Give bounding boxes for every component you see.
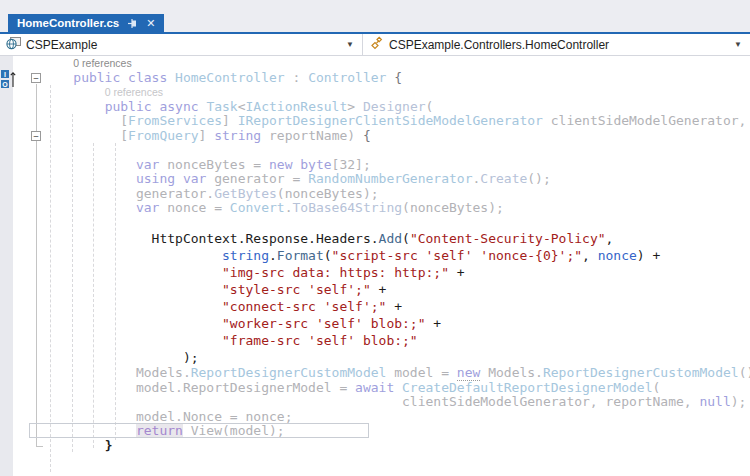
code-token: model =	[386, 365, 456, 380]
code-token: 0 references	[105, 86, 163, 98]
code-line: }	[0, 439, 750, 454]
code-token: GetBytes	[214, 186, 277, 201]
pin-icon[interactable]	[127, 18, 138, 29]
code-token: Convert	[230, 200, 285, 215]
close-icon[interactable]: ✕	[146, 14, 155, 32]
code-token: [	[120, 128, 128, 143]
code-line: public async Task<IActionResult> Designe…	[0, 100, 750, 115]
code-token: (	[324, 248, 332, 263]
code-token: return	[136, 423, 183, 438]
code-line: using var generator = RandomNumberGenera…	[0, 172, 750, 187]
code-token: ]	[199, 128, 215, 143]
code-token: 0 references	[73, 57, 131, 69]
code-line: Models.ReportDesignerCustomModel model =…	[0, 366, 750, 381]
navigation-bar: CSPExample ▼ CSPExample.Controllers.Home…	[0, 34, 750, 56]
project-dropdown[interactable]: CSPExample ▼	[0, 34, 362, 55]
code-line: HttpContext.Response.Headers.Add("Conten…	[0, 230, 750, 247]
code-token: .	[269, 248, 277, 263]
code-editor[interactable]: I O − − 0 references public class HomeCo…	[0, 56, 750, 476]
code-token: :	[285, 70, 308, 85]
code-token: IReportDesignerClientSideModelGenerator	[238, 113, 543, 128]
code-token: "connect-src 'self';"	[222, 299, 386, 314]
code-token: ();	[739, 365, 750, 380]
code-token: <	[238, 99, 246, 114]
code-line: model.ReportDesignerModel = await Create…	[0, 381, 750, 396]
code-token: ();	[527, 171, 550, 186]
code-token: Format	[277, 248, 324, 263]
code-token: generator =	[206, 171, 308, 186]
code-token: string	[214, 128, 261, 143]
code-line: public class HomeController : Controller…	[0, 71, 750, 86]
code-token: nonceBytes =	[159, 157, 269, 172]
code-line: var nonce = Convert.ToBase64String(nonce…	[0, 201, 750, 216]
code-token: FromQuery	[128, 128, 198, 143]
code-token: ToBase64String	[292, 200, 402, 215]
code-token: clientSideModelGenerator, reportName,	[402, 394, 699, 409]
code-token: "style-src 'self';"	[222, 282, 371, 297]
code-token: +	[449, 265, 465, 280]
code-token: Task	[206, 99, 237, 114]
code-token: new	[269, 157, 292, 172]
code-line: 0 references	[0, 56, 750, 71]
code-token: (	[426, 99, 434, 114]
code-token: (nonceBytes);	[402, 200, 504, 215]
code-token: HttpContext.Response.Headers.	[152, 231, 379, 246]
class-icon	[369, 36, 384, 53]
type-dropdown[interactable]: CSPExample.Controllers.HomeController ▼	[363, 34, 750, 55]
code-token: reportName)	[261, 128, 363, 143]
code-token: +	[386, 299, 402, 314]
code-line: "worker-src 'self' blob:;" +	[0, 315, 750, 332]
code-line: generator.GetBytes(nonceBytes);	[0, 187, 750, 202]
web-project-icon	[6, 36, 21, 53]
chevron-down-icon: ▼	[346, 40, 356, 49]
code-token	[394, 380, 402, 395]
code-token: ReportDesignerCustomModel	[191, 365, 387, 380]
code-line	[0, 143, 750, 158]
code-token: var	[136, 157, 159, 172]
code-line: return View(model);	[0, 424, 750, 439]
code-token: null	[699, 394, 730, 409]
code-content: 0 references public class HomeController…	[0, 56, 750, 453]
code-line: );	[0, 349, 750, 366]
code-line	[0, 216, 750, 231]
code-token: HomeController	[175, 70, 285, 85]
code-line: [FromQuery] string reportName) {	[0, 129, 750, 144]
code-token: ) +	[637, 248, 660, 263]
code-token: Add	[379, 231, 402, 246]
window-top-strip	[0, 0, 750, 14]
code-line: string.Format("script-src 'self' 'nonce-…	[0, 247, 750, 264]
code-line: "style-src 'self';" +	[0, 281, 750, 298]
code-token: Models.	[136, 365, 191, 380]
code-token: [32];	[332, 157, 371, 172]
tab-title: HomeController.cs	[17, 17, 119, 29]
code-token: );	[731, 394, 747, 409]
code-line: 0 references	[0, 85, 750, 100]
document-tab-bar: HomeController.cs ✕	[0, 14, 750, 32]
code-token: Models.	[480, 365, 543, 380]
code-line: "connect-src 'self';" +	[0, 298, 750, 315]
code-token: using var	[136, 171, 206, 186]
code-token: model.ReportDesignerModel =	[136, 380, 355, 395]
code-token: public async	[105, 99, 207, 114]
code-token: FromServices	[128, 113, 222, 128]
tab-homecontroller[interactable]: HomeController.cs ✕	[8, 14, 164, 32]
code-token: RandomNumberGenerator	[308, 171, 472, 186]
code-token: >	[347, 99, 363, 114]
code-token: Controller	[308, 70, 386, 85]
code-token: string	[222, 248, 269, 263]
code-token: }	[105, 438, 113, 453]
code-token: ReportDesignerCustomModel	[543, 365, 739, 380]
type-dropdown-label: CSPExample.Controllers.HomeController	[389, 38, 609, 52]
code-token: "script-src 'self' 'nonce-{0}';"	[332, 248, 582, 263]
code-token: (	[653, 380, 661, 395]
code-line: clientSideModelGenerator, reportName, nu…	[0, 395, 750, 410]
code-line: "frame-src 'self' blob:;"	[0, 332, 750, 349]
code-token: "worker-src 'self' blob:;"	[222, 316, 426, 331]
code-token: model.Nonce = nonce;	[136, 409, 293, 424]
code-token: ,	[582, 248, 598, 263]
code-token: "img-src data: https: http:;"	[222, 265, 449, 280]
project-dropdown-label: CSPExample	[26, 38, 97, 52]
code-token: clientSideModelGenerator,	[543, 113, 747, 128]
chevron-down-icon: ▼	[734, 40, 744, 49]
code-token: +	[426, 316, 442, 331]
